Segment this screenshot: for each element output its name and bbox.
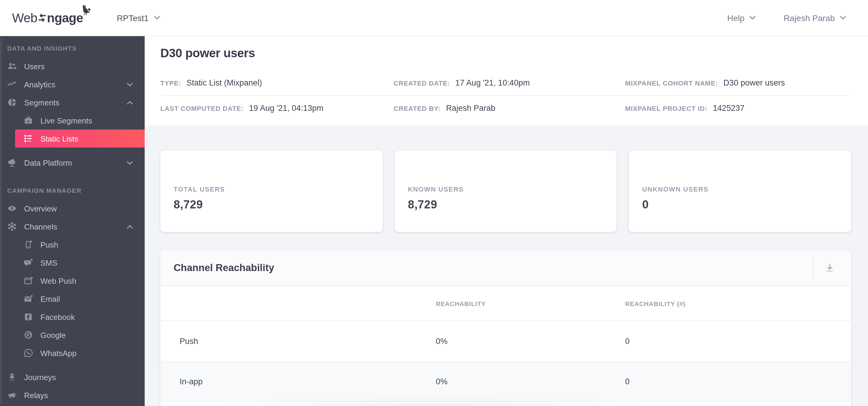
- push-icon: [24, 239, 34, 250]
- static-lists-icon: [24, 133, 34, 144]
- relays-icon: [7, 390, 18, 400]
- list-metadata: TYPE:Static List (Mixpanel)CREATED DATE:…: [160, 70, 851, 120]
- chevron-up-icon: [127, 100, 133, 104]
- sidebar-item-whatsapp[interactable]: WhatsApp: [0, 344, 145, 362]
- logo-text-web: Web: [12, 10, 37, 25]
- table-row-push: Push0%0: [160, 321, 851, 362]
- sidebar-item-label: SMS: [40, 258, 57, 267]
- project-name: RPTest1: [117, 13, 149, 23]
- panel-header: Channel Reachability: [160, 250, 851, 286]
- facebook-icon: [24, 312, 34, 322]
- reachability-count-cell: 0: [625, 377, 851, 386]
- sidebar-item-analytics[interactable]: Analytics: [0, 75, 145, 93]
- chevron-down-icon: [153, 16, 160, 20]
- help-label: Help: [727, 13, 745, 23]
- metadata-value: 17 Aug '21, 10:40pm: [456, 78, 530, 87]
- panel-title: Channel Reachability: [174, 262, 274, 273]
- sidebar-item-google[interactable]: Google: [0, 326, 145, 344]
- topbar: Web ngage RPTest1 Help: [0, 0, 868, 36]
- stat-card-total-users: TOTAL USERS8,729: [160, 150, 382, 232]
- sidebar-item-label: Web Push: [40, 276, 76, 285]
- google-icon: [24, 330, 34, 340]
- sidebar-item-facebook[interactable]: Facebook: [0, 308, 145, 326]
- sidebar-item-channels[interactable]: Channels: [0, 217, 145, 236]
- sidebar-sublist: Live SegmentsStatic Lists: [0, 111, 145, 147]
- logo-text-ngage: ngage: [47, 10, 83, 25]
- user-name: Rajesh Parab: [784, 13, 835, 23]
- sidebar-item-label: WhatsApp: [40, 348, 76, 358]
- table-header-row: REACHABILITYREACHABILITY (#): [160, 286, 851, 321]
- metadata-label: MIXPANEL COHORT NAME:: [625, 79, 718, 87]
- sidebar-item-label: Segments: [24, 98, 59, 107]
- chevron-down-icon: [840, 16, 846, 20]
- sidebar-item-journeys[interactable]: Journeys: [0, 368, 145, 386]
- metadata-field-created-by: CREATED BY:Rajesh Parab: [394, 103, 625, 112]
- sidebar-item-relays[interactable]: Relays: [0, 386, 145, 404]
- sidebar-item-data-platform[interactable]: Data Platform: [0, 154, 145, 172]
- stat-card-value: 8,729: [408, 198, 603, 211]
- stat-card-value: 0: [642, 198, 838, 211]
- column-header: REACHABILITY: [436, 300, 625, 307]
- segments-icon: [7, 97, 18, 107]
- help-menu[interactable]: Help: [727, 13, 756, 23]
- table-row-partial: [160, 401, 851, 406]
- journeys-icon: [7, 372, 18, 382]
- metadata-value: Static List (Mixpanel): [187, 78, 262, 87]
- metadata-value: 19 Aug '21, 04:13pm: [249, 103, 323, 112]
- overview-icon: [7, 203, 18, 213]
- metadata-field-created-date: CREATED DATE:17 Aug '21, 10:40pm: [394, 78, 625, 87]
- metadata-label: TYPE:: [160, 79, 181, 87]
- sidebar-item-web-push[interactable]: Web Push: [0, 272, 145, 290]
- sidebar-item-label: Facebook: [40, 312, 75, 322]
- metadata-value: 1425237: [713, 103, 744, 112]
- chevron-down-icon: [749, 16, 756, 20]
- stat-card-value: 8,729: [174, 198, 369, 211]
- metadata-field-last-computed-date: LAST COMPUTED DATE:19 Aug '21, 04:13pm: [160, 103, 394, 112]
- sidebar-item-label: Google: [40, 330, 66, 339]
- channel-cell: In-app: [160, 377, 436, 386]
- app: Web ngage RPTest1 Help: [0, 0, 868, 406]
- chevron-down-icon: [127, 161, 133, 165]
- metadata-field-mixpanel-project-id: MIXPANEL PROJECT ID:1425237: [625, 103, 851, 112]
- user-menu[interactable]: Rajesh Parab: [784, 13, 846, 23]
- sidebar-item-label: Relays: [24, 391, 48, 400]
- channel-reachability-panel: Channel Reachability REACHABILITYREACHAB…: [160, 250, 851, 406]
- sidebar-item-live-segments[interactable]: Live Segments: [0, 111, 145, 130]
- sidebar-item-label: Email: [40, 294, 60, 303]
- sidebar: DATA AND INSIGHTSUsersAnalyticsSegmentsL…: [0, 36, 145, 406]
- sidebar-item-label: Data Platform: [24, 158, 72, 167]
- sidebar-item-push[interactable]: Push: [0, 236, 145, 253]
- sidebar-sublist: PushSMSWeb PushEmailFacebookGoogleWhatsA…: [0, 236, 145, 362]
- sidebar-item-static-lists[interactable]: Static Lists: [15, 130, 145, 147]
- sidebar-item-overview[interactable]: Overview: [0, 199, 145, 217]
- sidebar-item-users[interactable]: Users: [0, 57, 145, 75]
- stat-cards: TOTAL USERS8,729KNOWN USERS8,729UNKNOWN …: [160, 150, 851, 232]
- download-button[interactable]: [814, 263, 845, 273]
- sidebar-item-label: Users: [24, 62, 44, 71]
- table-row-in-app: In-app0%0: [160, 362, 851, 401]
- reachability-cell: 0%: [436, 377, 625, 386]
- sidebar-item-segments[interactable]: Segments: [0, 93, 145, 111]
- sms-icon: [24, 258, 34, 268]
- sidebar-item-label: Journeys: [24, 373, 56, 382]
- stat-card-unknown-users: UNKNOWN USERS0: [629, 150, 851, 232]
- stat-card-label: KNOWN USERS: [408, 185, 603, 193]
- metadata-row: TYPE:Static List (Mixpanel)CREATED DATE:…: [160, 70, 851, 95]
- metadata-label: CREATED BY:: [394, 104, 441, 112]
- channels-icon: [7, 222, 18, 232]
- page-title: D30 power users: [160, 36, 851, 60]
- data-platform-icon: [7, 158, 18, 168]
- webpush-icon: [24, 276, 34, 286]
- metadata-field-mixpanel-cohort-name: MIXPANEL COHORT NAME:D30 power users: [625, 78, 851, 87]
- project-switcher[interactable]: RPTest1: [117, 13, 160, 23]
- webengage-logo[interactable]: Web ngage: [12, 10, 83, 25]
- analytics-icon: [7, 79, 18, 90]
- sidebar-item-email[interactable]: Email: [0, 290, 145, 308]
- metadata-value: D30 power users: [723, 78, 785, 87]
- sidebar-item-sms[interactable]: SMS: [0, 253, 145, 272]
- sidebar-scrollbar[interactable]: [0, 39, 2, 404]
- reachability-cell: 0%: [436, 337, 625, 346]
- email-icon: [24, 294, 34, 304]
- reachability-table: REACHABILITYREACHABILITY (#)Push0%0In-ap…: [160, 286, 851, 406]
- users-icon: [7, 61, 18, 71]
